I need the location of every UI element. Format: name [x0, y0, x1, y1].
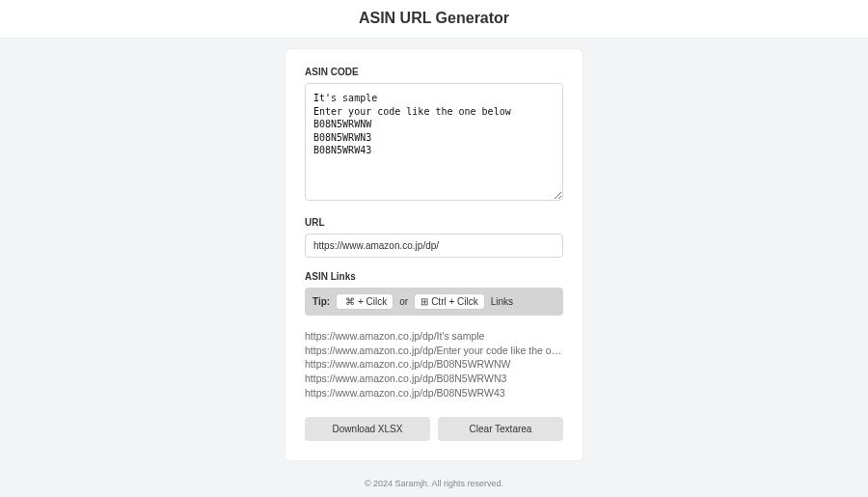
list-item[interactable]: https://www.amazon.co.jp/dp/Enter your c…	[305, 344, 563, 358]
url-label: URL	[305, 217, 563, 228]
list-item[interactable]: https://www.amazon.co.jp/dp/B08N5WRW43	[305, 386, 563, 400]
tip-bar: Tip: ⌘ + Cilck or ⊞ Ctrl + Cilck Links	[305, 288, 563, 316]
generated-links: https://www.amazon.co.jp/dp/It's sample …	[305, 329, 563, 400]
tip-label: Tip:	[312, 296, 330, 307]
windows-icon: ⊞	[420, 296, 428, 307]
win-chip-text: Ctrl + Cilck	[431, 296, 478, 307]
url-section: URL	[305, 217, 563, 258]
asin-label: ASIN CODE	[305, 67, 563, 77]
mac-chip-text: ⌘ + Cilck	[345, 296, 387, 307]
footer: © 2024 Saramjh. All rights reserved.	[0, 471, 868, 497]
main-card: ASIN CODE URL ASIN Links Tip: ⌘ + Cilck …	[285, 48, 583, 461]
asin-links-label: ASIN Links	[305, 271, 563, 282]
list-item[interactable]: https://www.amazon.co.jp/dp/B08N5WRWN3	[305, 372, 563, 386]
page-title: ASIN URL Generator	[0, 10, 868, 27]
asin-links-section: ASIN Links Tip: ⌘ + Cilck or ⊞ Ctrl + Ci…	[305, 271, 563, 400]
asin-textarea[interactable]	[305, 83, 563, 201]
mac-shortcut-chip: ⌘ + Cilck	[336, 293, 393, 310]
download-xlsx-button[interactable]: Download XLSX	[305, 417, 430, 441]
app-header: ASIN URL Generator	[0, 0, 868, 39]
links-word: Links	[491, 296, 513, 307]
or-text: or	[399, 296, 408, 307]
url-input[interactable]	[305, 234, 563, 258]
button-row: Download XLSX Clear Textarea	[305, 417, 563, 441]
clear-textarea-button[interactable]: Clear Textarea	[438, 417, 563, 441]
list-item[interactable]: https://www.amazon.co.jp/dp/It's sample	[305, 329, 563, 344]
win-shortcut-chip: ⊞ Ctrl + Cilck	[414, 293, 485, 310]
list-item[interactable]: https://www.amazon.co.jp/dp/B08N5WRWNW	[305, 357, 563, 372]
